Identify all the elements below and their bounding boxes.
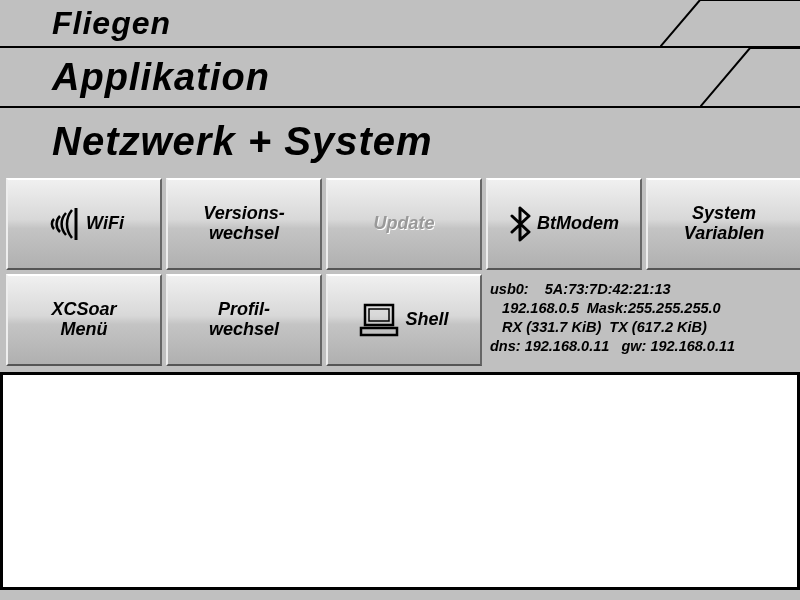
network-info: usb0: 5A:73:7D:42:21:13 192.168.0.5 Mask… (486, 274, 800, 366)
shell-button[interactable]: Shell (326, 274, 482, 366)
svg-rect-2 (369, 309, 389, 321)
tab-fliegen-label: Fliegen (52, 5, 171, 42)
shell-label: Shell (405, 310, 448, 330)
tab-fliegen[interactable]: Fliegen (0, 0, 800, 48)
svg-rect-3 (361, 328, 397, 335)
versionswechsel-label-1: Versions- (203, 204, 284, 224)
xcsoar-label-1: XCSoar (51, 300, 116, 320)
profilwechsel-button[interactable]: Profil- wechsel (166, 274, 322, 366)
wifi-button[interactable]: WiFi (6, 178, 162, 270)
update-button: Update (326, 178, 482, 270)
computer-icon (359, 302, 399, 338)
wifi-icon (44, 204, 80, 244)
tab-notch-icon (700, 48, 800, 106)
button-grid: WiFi Versions- wechsel Update BtModem Sy… (0, 174, 800, 372)
versionswechsel-label-2: wechsel (203, 224, 284, 244)
tab-applikation[interactable]: Applikation (0, 48, 800, 108)
system-variablen-button[interactable]: System Variablen (646, 178, 800, 270)
tab-netzwerk-label: Netzwerk + System (52, 119, 433, 164)
profil-label-1: Profil- (209, 300, 279, 320)
bluetooth-icon (509, 206, 531, 242)
tab-netzwerk-system: Netzwerk + System (0, 108, 800, 174)
log-output-area (0, 372, 800, 590)
wifi-label: WiFi (86, 214, 124, 234)
versionswechsel-button[interactable]: Versions- wechsel (166, 178, 322, 270)
btmodem-label: BtModem (537, 214, 619, 234)
sysvar-label-2: Variablen (684, 224, 764, 244)
sysvar-label-1: System (684, 204, 764, 224)
profil-label-2: wechsel (209, 320, 279, 340)
xcsoar-label-2: Menü (51, 320, 116, 340)
update-label: Update (373, 214, 434, 234)
tab-applikation-label: Applikation (52, 56, 270, 99)
tab-notch-icon (660, 0, 800, 46)
btmodem-button[interactable]: BtModem (486, 178, 642, 270)
xcsoar-menu-button[interactable]: XCSoar Menü (6, 274, 162, 366)
